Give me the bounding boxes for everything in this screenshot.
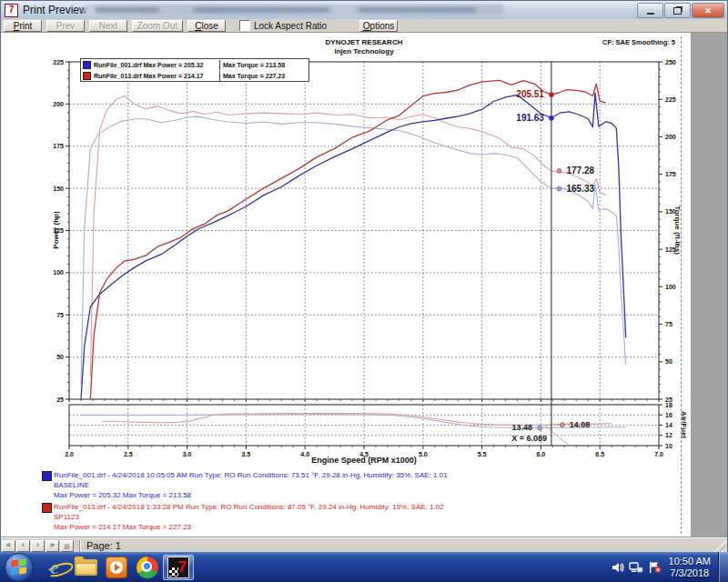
resize-grip[interactable] <box>714 540 726 552</box>
svg-text:200: 200 <box>665 134 676 140</box>
svg-text:14: 14 <box>665 422 672 428</box>
dynojet-taskbar-icon[interactable]: 7 <box>163 555 194 580</box>
redacted-title-text <box>85 5 503 15</box>
svg-text:175: 175 <box>665 171 676 177</box>
page: DYNOJET RESEARCH Injen Technology CF: SA… <box>1 33 691 537</box>
svg-text:225: 225 <box>53 59 64 65</box>
taskbar: e 7 10:50 AM 7/3/2018 <box>0 552 728 582</box>
svg-text:18: 18 <box>665 402 672 408</box>
show-desktop-button[interactable] <box>718 552 728 582</box>
svg-text:150: 150 <box>665 208 676 215</box>
dyno-curves <box>81 80 626 445</box>
options-button[interactable]: Options <box>359 20 398 32</box>
volume-icon[interactable] <box>612 561 624 574</box>
chart-title: DYNOJET RESEARCH <box>326 38 403 46</box>
curve-torque-baseline <box>81 116 626 384</box>
svg-text:7.0: 7.0 <box>654 451 663 457</box>
statusbar-separator <box>79 540 81 552</box>
windows-logo-icon <box>11 559 18 567</box>
prev-page-button[interactable]: ‹ <box>16 540 30 552</box>
lock-aspect-ratio-label: Lock Aspect Ratio <box>254 21 327 31</box>
svg-text:200: 200 <box>53 101 64 107</box>
zoom-out-button[interactable]: Zoom Out <box>132 20 183 32</box>
svg-text:125: 125 <box>665 246 676 253</box>
print-button[interactable]: Print <box>4 20 42 32</box>
svg-text:4.0: 4.0 <box>300 451 309 457</box>
first-page-button[interactable]: « <box>2 540 15 552</box>
svg-text:10: 10 <box>665 443 672 449</box>
dynojet-app-icon: 7 <box>5 4 18 17</box>
media-player-icon[interactable] <box>101 555 132 580</box>
clock-date: 7/3/2018 <box>669 567 711 579</box>
legend-sp1123-torque: Max Torque = 227.23 <box>219 71 285 81</box>
system-tray <box>612 561 662 574</box>
taskbar-clock[interactable]: 10:50 AM 7/3/2018 <box>669 556 711 579</box>
restore-icon <box>673 7 682 15</box>
network-icon[interactable] <box>629 561 643 574</box>
svg-text:50: 50 <box>665 358 672 365</box>
legend-baseline-torque: Max Torque = 213.58 <box>219 60 285 70</box>
explorer-folder-icon[interactable] <box>70 555 101 580</box>
next-button[interactable]: Next <box>89 20 127 32</box>
run-sp1123-header: RunFile_013.drf - 4/24/2018 1:33:28 PM R… <box>54 502 444 512</box>
run-baseline-title: BASELINE <box>54 480 448 490</box>
svg-text:165.33: 165.33 <box>566 184 594 194</box>
legend-row-sp1123: RunFile_013.drf Max Power = 214.17 Max T… <box>81 70 308 81</box>
svg-text:6.0: 6.0 <box>537 451 546 457</box>
legend-sp1123-power: RunFile_013.drf Max Power = 214.17 <box>94 71 219 81</box>
print-margin-line <box>681 36 682 534</box>
next-page-button[interactable]: › <box>31 540 45 552</box>
legend-row-baseline: RunFile_001.drf Max Power = 205.32 Max T… <box>81 59 308 70</box>
svg-text:5.5: 5.5 <box>478 451 487 457</box>
smoothing-note: CF: SAE Smoothing: 5 <box>602 38 675 46</box>
svg-text:2.0: 2.0 <box>65 451 74 457</box>
svg-text:175: 175 <box>53 143 64 149</box>
run-entry-sp1123: RunFile_013.drf - 4/24/2018 1:33:28 PM R… <box>42 502 444 532</box>
run-baseline-max: Max Power = 205.32 Max Torque = 213.58 <box>54 490 448 500</box>
prev-button[interactable]: Prev <box>46 20 85 32</box>
run-sp1123-max: Max Power = 214.17 Max Torque = 227.23 <box>54 522 444 532</box>
svg-text:13.48: 13.48 <box>512 423 533 432</box>
svg-text:205.51: 205.51 <box>516 89 544 99</box>
minimize-button[interactable] <box>637 3 663 18</box>
legend-box: RunFile_001.drf Max Power = 205.32 Max T… <box>80 58 309 82</box>
run-baseline-header: RunFile_001.drf - 4/24/2018 10:05:05 AM … <box>54 470 448 480</box>
svg-text:75: 75 <box>665 321 672 327</box>
svg-text:14.08: 14.08 <box>570 420 591 429</box>
minimize-icon <box>647 13 654 15</box>
internet-explorer-icon[interactable]: e <box>39 555 70 580</box>
lock-aspect-ratio-checkbox[interactable] <box>239 20 250 31</box>
svg-text:50: 50 <box>56 354 64 360</box>
preview-area: DYNOJET RESEARCH Injen Technology CF: SA… <box>1 33 727 537</box>
run-baseline-swatch <box>42 471 52 481</box>
last-page-button[interactable]: » <box>46 540 59 552</box>
window-title: Print Preview <box>23 4 87 16</box>
svg-text:150: 150 <box>53 186 64 192</box>
svg-text:125: 125 <box>53 227 64 234</box>
svg-text:100: 100 <box>665 284 676 290</box>
page-layout-button[interactable]: ▤ <box>60 540 74 552</box>
titlebar[interactable]: 7 Print Preview ✕ <box>1 1 727 20</box>
svg-text:16: 16 <box>665 412 672 418</box>
close-preview-button[interactable]: Close <box>187 20 226 32</box>
gridlines <box>69 62 659 446</box>
statusbar: « ‹ › » ▤ Page: 1 <box>1 537 727 553</box>
svg-text:4.5: 4.5 <box>359 451 369 457</box>
close-button[interactable]: ✕ <box>692 3 724 18</box>
restore-button[interactable] <box>664 3 691 18</box>
svg-text:2.5: 2.5 <box>124 451 133 457</box>
action-center-flag-icon[interactable] <box>648 561 662 574</box>
run-sp1123-swatch <box>42 503 52 513</box>
axis-ticks: 2550751001251501752002252550751001251501… <box>53 59 675 458</box>
svg-text:12: 12 <box>665 432 672 438</box>
curve-power-sp1123 <box>90 80 605 399</box>
svg-text:191.63: 191.63 <box>516 113 544 123</box>
curve-torque-sp1123 <box>90 96 605 377</box>
cursor-markers: 205.51191.63177.28165.3314.0813.48 <box>512 89 595 432</box>
chrome-icon[interactable] <box>132 555 163 580</box>
start-button[interactable] <box>5 553 34 582</box>
svg-text:5.0: 5.0 <box>419 451 428 457</box>
svg-text:25: 25 <box>56 396 64 403</box>
desktop: 7 Print Preview ✕ Print Prev Next Zoom O… <box>0 0 728 582</box>
svg-text:250: 250 <box>665 59 676 65</box>
